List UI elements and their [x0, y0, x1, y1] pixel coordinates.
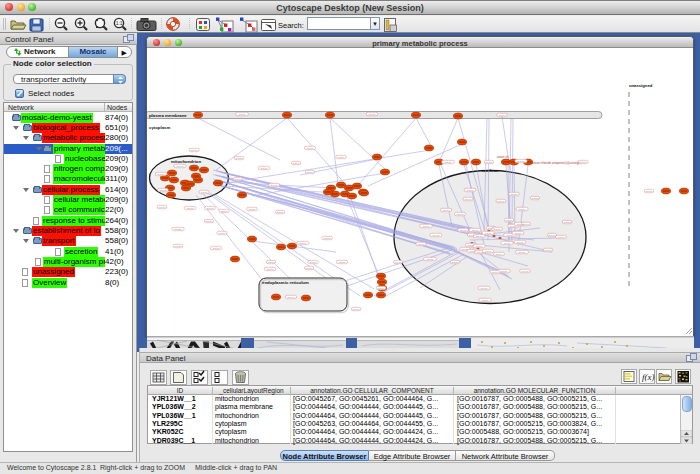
svg-text:Gm-t0: Gm-t0	[517, 241, 525, 244]
svg-text:Gm-t0: Gm-t0	[175, 245, 183, 248]
svg-text:1:1: 1:1	[116, 20, 123, 26]
svg-text:Gm-t0: Gm-t0	[646, 190, 654, 193]
svg-text:Gm-t0: Gm-t0	[324, 237, 332, 240]
svg-text:Gm-t0: Gm-t0	[564, 221, 572, 224]
svg-text:Gm-t0: Gm-t0	[507, 234, 515, 237]
svg-text:Gm-t0: Gm-t0	[558, 236, 566, 239]
svg-text:Gm-t0: Gm-t0	[307, 171, 315, 174]
svg-text:cytoplasm: cytoplasm	[149, 125, 170, 130]
svg-text:Gm-t0: Gm-t0	[472, 229, 480, 232]
svg-text:Gm-t0: Gm-t0	[423, 225, 431, 228]
svg-text:Gm-t0: Gm-t0	[159, 206, 167, 209]
svg-text:Gm-t0: Gm-t0	[427, 258, 435, 261]
svg-text:Gm-t0: Gm-t0	[482, 299, 490, 302]
svg-text:Gm-t0: Gm-t0	[499, 114, 507, 117]
svg-text:Gm-t0: Gm-t0	[485, 250, 493, 253]
svg-text:Gm-t0: Gm-t0	[288, 296, 296, 299]
svg-text:Gm-t0: Gm-t0	[271, 184, 279, 187]
svg-text:nucleus: nucleus	[482, 168, 499, 173]
svg-text:Gm-t0: Gm-t0	[452, 261, 460, 264]
svg-text:Gm-t0: Gm-t0	[549, 234, 557, 237]
svg-text:Gm-t0: Gm-t0	[191, 149, 199, 152]
svg-text:Gm-t0: Gm-t0	[523, 223, 531, 226]
svg-text:unassigned: unassigned	[629, 83, 653, 88]
svg-text:Gm-t0: Gm-t0	[518, 160, 526, 163]
svg-text:Gm-t0: Gm-t0	[465, 198, 473, 201]
svg-text:Gm-t0: Gm-t0	[486, 161, 494, 164]
svg-text:endoplasmic reticulum: endoplasmic reticulum	[262, 280, 309, 285]
svg-text:hexose:chloride antiporter(s)(: hexose:chloride antiporter(s)(activity)	[530, 161, 579, 165]
svg-text:Gm-t0: Gm-t0	[239, 113, 247, 116]
svg-text:mitochondrion: mitochondrion	[171, 159, 201, 164]
svg-text:Gm-t0: Gm-t0	[378, 287, 386, 290]
svg-text:Gm-t0: Gm-t0	[307, 147, 315, 150]
svg-text:Gm-t0: Gm-t0	[206, 220, 214, 223]
svg-text:Gm-t0: Gm-t0	[498, 200, 506, 203]
svg-text:Gm-t0: Gm-t0	[160, 189, 168, 192]
svg-text:Gm-t0: Gm-t0	[268, 261, 276, 264]
svg-text:Gm-t0: Gm-t0	[580, 161, 588, 164]
svg-text:Gm-t0: Gm-t0	[496, 253, 504, 256]
svg-text:Gm-t0: Gm-t0	[277, 211, 285, 214]
svg-text:Gm-t0: Gm-t0	[481, 287, 489, 290]
svg-text:Gm-t0: Gm-t0	[468, 244, 476, 247]
svg-text:f(x): f(x)	[642, 372, 655, 382]
svg-text:Gm-t0: Gm-t0	[504, 242, 512, 245]
svg-text:Gm-t0: Gm-t0	[187, 207, 195, 210]
svg-text:Gm-t0: Gm-t0	[395, 261, 403, 264]
svg-text:Gm-t0: Gm-t0	[177, 165, 185, 168]
svg-text:Gm-t0: Gm-t0	[522, 270, 530, 273]
svg-text:Gm-t0: Gm-t0	[306, 267, 314, 270]
svg-text:Gm-t0: Gm-t0	[369, 113, 377, 116]
svg-text:Gm-t0: Gm-t0	[418, 243, 426, 246]
svg-text:Gm-t0: Gm-t0	[532, 197, 540, 200]
svg-text:Gm-t0: Gm-t0	[501, 270, 509, 273]
svg-text:Gm-t0: Gm-t0	[494, 228, 502, 231]
svg-text:Gm-t0: Gm-t0	[460, 229, 468, 232]
svg-text:Gm-t0: Gm-t0	[519, 208, 527, 211]
svg-text:Gm-t0: Gm-t0	[207, 207, 215, 210]
svg-text:Gm-t0: Gm-t0	[476, 235, 484, 238]
svg-text:Gm-t0: Gm-t0	[443, 209, 451, 212]
svg-text:Gm-t0: Gm-t0	[235, 178, 243, 181]
svg-text:Gm-t0: Gm-t0	[261, 167, 269, 170]
svg-text:Gm-t0: Gm-t0	[339, 261, 347, 264]
svg-text:Gm-t0: Gm-t0	[467, 189, 475, 192]
svg-text:Gm-t0: Gm-t0	[445, 161, 453, 164]
svg-text:Gm-t0: Gm-t0	[221, 210, 229, 213]
svg-text:Gm-t0: Gm-t0	[213, 247, 221, 250]
svg-text:Gm-t0: Gm-t0	[506, 219, 514, 222]
svg-text:Gm-t0: Gm-t0	[457, 213, 465, 216]
svg-text:Gm-t0: Gm-t0	[338, 156, 346, 159]
svg-text:plasma membrane: plasma membrane	[149, 113, 187, 118]
svg-text:Gm-t0: Gm-t0	[462, 248, 470, 251]
svg-text:Gm-t0: Gm-t0	[310, 261, 318, 264]
svg-text:Gm-t0: Gm-t0	[175, 228, 183, 231]
svg-text:Gm-t0: Gm-t0	[511, 193, 519, 196]
svg-text:Gm-t0: Gm-t0	[515, 232, 523, 235]
svg-text:Gm-t0: Gm-t0	[236, 157, 244, 160]
svg-text:Gm-t0: Gm-t0	[485, 232, 493, 235]
svg-text:anion ch.: anion ch.	[497, 155, 509, 159]
svg-text:Gm-t0: Gm-t0	[519, 251, 527, 254]
svg-text:Gm-t0: Gm-t0	[545, 249, 553, 252]
svg-text:Gm-t0: Gm-t0	[201, 191, 209, 194]
svg-text:Gm-t0: Gm-t0	[492, 271, 500, 274]
svg-text:Gm-t0: Gm-t0	[477, 251, 485, 254]
svg-text:Gm-t0: Gm-t0	[249, 208, 257, 211]
svg-text:Gm-t0: Gm-t0	[158, 173, 166, 176]
svg-text:Gm-t0: Gm-t0	[476, 245, 484, 248]
svg-text:Gm-t0: Gm-t0	[433, 234, 441, 237]
svg-text:Gm-t0: Gm-t0	[300, 242, 308, 245]
svg-text:Gm-t0: Gm-t0	[353, 308, 361, 311]
svg-text:Gm-t0: Gm-t0	[219, 232, 227, 235]
svg-text:Gm-t0: Gm-t0	[293, 162, 301, 165]
svg-text:Gm-t0: Gm-t0	[267, 268, 275, 271]
